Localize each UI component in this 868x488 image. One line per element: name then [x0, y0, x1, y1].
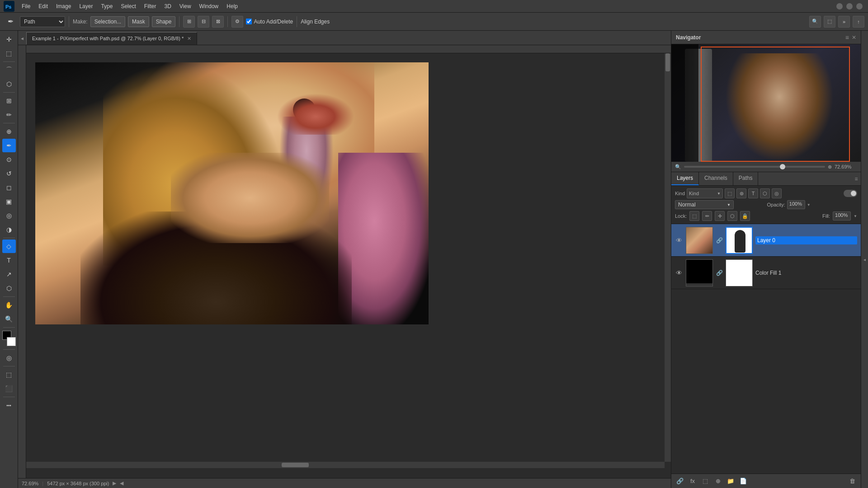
path-select-btn[interactable]: ↗: [2, 267, 16, 281]
canvas-wrapper[interactable]: 0: [18, 45, 671, 478]
tab-layers[interactable]: Layers: [671, 172, 699, 185]
more-tools-btn[interactable]: •••: [2, 399, 16, 412]
menu-select[interactable]: Select: [117, 2, 139, 11]
filter-pixel-btn[interactable]: ⬚: [725, 188, 735, 198]
menu-file[interactable]: File: [18, 2, 34, 11]
right-panel-collapse[interactable]: ◂: [861, 31, 868, 488]
navigator-panel-menu[interactable]: ≡: [845, 34, 849, 41]
lasso-tool-btn[interactable]: ⌒: [2, 63, 16, 77]
zoom-slider[interactable]: [684, 166, 825, 168]
filter-kind-select[interactable]: Kind ▼: [687, 188, 723, 198]
screen-mode-btn[interactable]: ⬚: [2, 368, 16, 381]
menu-3d[interactable]: 3D: [160, 2, 175, 11]
fill1-name[interactable]: Color Fill 1: [755, 270, 857, 276]
scrollbar-thumb-v[interactable]: [665, 53, 670, 71]
selection-button[interactable]: Selection...: [90, 16, 125, 27]
status-extra[interactable]: ◀: [120, 480, 123, 486]
lock-all-btn[interactable]: 🔒: [740, 211, 750, 221]
scrollbar-thumb-h[interactable]: [282, 463, 309, 467]
minimize-button[interactable]: [836, 3, 843, 9]
path-arrange-btn[interactable]: ⊠: [212, 16, 224, 28]
layer-0-chain[interactable]: 🔗: [716, 237, 723, 244]
tab-close-btn[interactable]: ✕: [187, 36, 191, 42]
history-brush-btn[interactable]: ↺: [2, 167, 16, 180]
shape-tool-btn[interactable]: ⬡: [2, 282, 16, 295]
filter-type-btn[interactable]: T: [748, 188, 758, 198]
pen-tool-btn[interactable]: ◇: [2, 239, 16, 253]
magic-wand-btn[interactable]: ⬡: [2, 77, 16, 91]
quick-mask-btn[interactable]: ◎: [2, 351, 16, 365]
menu-layer[interactable]: Layer: [75, 2, 96, 11]
filter-shape-btn[interactable]: ⬡: [760, 188, 770, 198]
zoom-thumb[interactable]: [780, 164, 785, 169]
filter-toggle[interactable]: [844, 190, 857, 197]
delete-layer-btn[interactable]: 🗑: [847, 476, 857, 486]
menu-filter[interactable]: Filter: [141, 2, 160, 11]
maximize-button[interactable]: [846, 3, 853, 9]
layer-0-mask[interactable]: [726, 227, 753, 254]
lock-pixels-btn[interactable]: ✏: [702, 211, 712, 221]
left-panel-toggle[interactable]: ◂: [18, 32, 26, 45]
path-align-btn[interactable]: ⊟: [198, 16, 209, 28]
layer-item-fill1[interactable]: 👁 🔗 Color Fill 1: [671, 257, 861, 289]
healing-tool-btn[interactable]: ⊕: [2, 125, 16, 138]
fill-arrow[interactable]: ▼: [854, 214, 857, 218]
shape-button[interactable]: Shape: [152, 16, 176, 27]
zoom-in-icon[interactable]: ⊕: [828, 164, 832, 170]
layer-0-visibility[interactable]: 👁: [675, 237, 683, 244]
status-arrow[interactable]: ▶: [113, 480, 116, 486]
background-color[interactable]: [7, 337, 16, 346]
lock-position-btn[interactable]: ✛: [715, 211, 725, 221]
eraser-tool-btn[interactable]: ◻: [2, 181, 16, 194]
hand-tool-btn[interactable]: ✋: [2, 298, 16, 312]
link-layers-btn[interactable]: 🔗: [675, 476, 685, 486]
new-adjustment-btn[interactable]: ⊕: [713, 476, 723, 486]
canvas-scroll-area[interactable]: [26, 53, 671, 468]
close-button[interactable]: [856, 3, 863, 9]
scrollbar-right[interactable]: [665, 53, 671, 462]
mask-button[interactable]: Mask: [128, 16, 149, 27]
artboard-btn[interactable]: ⬛: [2, 382, 16, 395]
tab-channels[interactable]: Channels: [699, 172, 733, 185]
layer-item-0[interactable]: 👁 🔗 Layer 0: [671, 224, 861, 257]
scrollbar-bottom[interactable]: [26, 462, 665, 468]
fill1-visibility[interactable]: 👁: [675, 269, 683, 277]
new-group-btn[interactable]: 📁: [726, 476, 736, 486]
tool-settings-btn[interactable]: ⚙: [231, 16, 243, 28]
filter-smart-btn[interactable]: ◎: [772, 188, 782, 198]
zoom-out-icon[interactable]: 🔍: [675, 164, 681, 170]
clone-stamp-btn[interactable]: ⊙: [2, 153, 16, 166]
workspace-btn[interactable]: ⬚: [824, 16, 835, 28]
marquee-tool-btn[interactable]: ⬚: [2, 47, 16, 60]
blur-tool-btn[interactable]: ◎: [2, 209, 16, 222]
document-tab[interactable]: Example 1 - PiXimperfect with Path.psd @…: [26, 32, 197, 45]
path-combine-btn[interactable]: ⊞: [183, 16, 195, 28]
add-fx-btn[interactable]: fx: [688, 476, 698, 486]
move-tool-btn[interactable]: ✛: [2, 33, 16, 46]
menu-view[interactable]: View: [176, 2, 195, 11]
search-btn[interactable]: 🔍: [809, 16, 821, 28]
eyedropper-btn[interactable]: ✏: [2, 108, 16, 122]
layers-panel-menu[interactable]: ≡: [852, 172, 861, 185]
add-mask-btn[interactable]: ⬚: [700, 476, 710, 486]
fill1-thumbnail[interactable]: [686, 259, 713, 286]
brush-tool-btn[interactable]: ✒: [2, 139, 16, 152]
blend-mode-select[interactable]: Normal ▼: [675, 200, 734, 209]
layer-0-thumbnail[interactable]: [686, 227, 713, 254]
auto-add-delete-checkbox[interactable]: [246, 19, 252, 24]
fill1-mask[interactable]: [726, 259, 753, 286]
menu-type[interactable]: Type: [97, 2, 116, 11]
color-swatches[interactable]: [2, 331, 16, 346]
layer-0-name[interactable]: Layer 0: [755, 236, 857, 244]
dodge-tool-btn[interactable]: ◑: [2, 223, 16, 236]
canvas-image[interactable]: [35, 62, 429, 324]
expand-btn[interactable]: »: [838, 16, 850, 28]
menu-window[interactable]: Window: [196, 2, 222, 11]
new-layer-btn[interactable]: 📄: [738, 476, 748, 486]
opacity-arrow[interactable]: ▼: [807, 203, 811, 207]
navigator-collapse[interactable]: ✕: [852, 34, 856, 41]
zoom-tool-btn[interactable]: 🔍: [2, 312, 16, 326]
tab-paths[interactable]: Paths: [733, 172, 759, 185]
path-mode-select[interactable]: Path Shape Pixels: [20, 16, 65, 27]
canvas-document[interactable]: [35, 62, 429, 324]
